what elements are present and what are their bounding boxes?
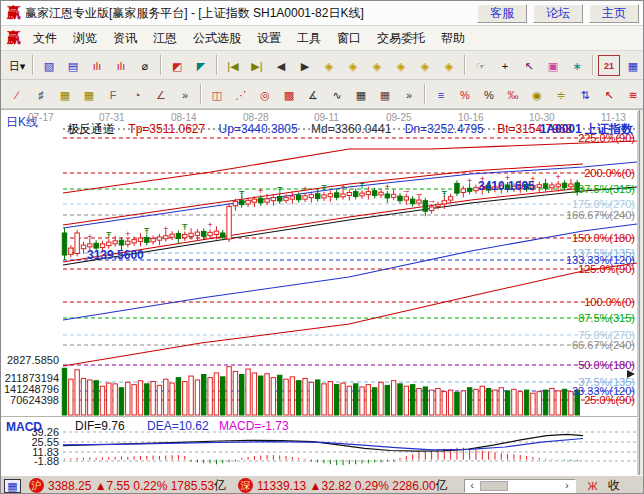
red-pen-icon[interactable]: ↖ xyxy=(598,84,620,105)
status-scrollbar[interactable]: ‹ › xyxy=(464,479,576,493)
candle-body xyxy=(214,231,218,234)
candle-body xyxy=(107,242,111,246)
color-kline-icon[interactable]: ◤ xyxy=(190,55,212,76)
square-cycle-icon[interactable]: ▩ xyxy=(278,84,300,105)
next-bar-icon[interactable]: ▶ xyxy=(294,55,316,76)
sz-amount-unit: 亿 xyxy=(436,477,448,494)
overlay-stock-icon[interactable]: ◩ xyxy=(166,55,188,76)
smart-select-icon[interactable]: ∗ xyxy=(566,55,588,76)
pin-tool-icon[interactable]: ⌀ xyxy=(134,55,156,76)
band-tool-icon[interactable]: ≋ xyxy=(622,84,644,105)
gold-circle-icon[interactable]: ◉ xyxy=(526,84,548,105)
percent-plain-icon[interactable]: % xyxy=(478,84,500,105)
candle-body xyxy=(62,233,66,255)
draw-brush-icon[interactable]: ∕ xyxy=(6,84,28,105)
indicator-name: 极反通道 xyxy=(67,122,115,136)
hash-grid-icon[interactable]: ♯ xyxy=(30,84,52,105)
menu-item-设置[interactable]: 设置 xyxy=(249,28,289,49)
volume-bar xyxy=(119,388,123,415)
stamp-tool-icon[interactable]: ▣ xyxy=(542,55,564,76)
scroll-thumb[interactable] xyxy=(480,481,508,491)
minute-chart-3-icon[interactable]: ılı xyxy=(86,55,108,76)
chart-area[interactable]: +Ŧ+Ŧ+Ŧ+Ŧ+Ŧ+Ŧ+Ŧ+→→→Ŧ+++++ 日K线 极反通道 Tp=351… xyxy=(1,109,644,475)
gann-rays-icon[interactable]: ⋰ xyxy=(230,84,252,105)
volume-bar xyxy=(543,390,547,415)
diamond-page-right-icon[interactable]: ◈ xyxy=(342,55,364,76)
scroll-right-arrow[interactable]: › xyxy=(559,480,574,491)
candle-body xyxy=(195,232,199,235)
signal-marker: Ŧ xyxy=(277,185,283,195)
diamond-compress-icon[interactable]: ◈ xyxy=(438,55,460,76)
keyboard-icon[interactable]: ▦ xyxy=(4,479,21,493)
gold-section-icon[interactable]: ≑ xyxy=(550,84,572,105)
titlebar-button-service[interactable]: 客服 xyxy=(477,4,527,23)
app-window: 赢 赢家江恩专业版[赢家服务平台] - [上证指数 SH1A0001-82日K线… xyxy=(0,0,644,494)
percent-t-tool-icon[interactable]: % xyxy=(454,84,476,105)
titlebar-button-forum[interactable]: 论坛 xyxy=(533,4,583,23)
trend-angle-icon[interactable]: ∡ xyxy=(302,84,324,105)
matrix-grid-2-icon[interactable]: ▦ xyxy=(374,84,396,105)
menu-item-交易委托[interactable]: 交易委托 xyxy=(369,28,433,49)
updown-tool-icon[interactable]: ⇅ xyxy=(574,84,596,105)
scroll-left-arrow[interactable]: ‹ xyxy=(465,480,480,491)
candle-body xyxy=(265,199,269,202)
volume-bar xyxy=(341,383,345,415)
calculator-icon[interactable]: ▦ xyxy=(622,55,644,76)
menu-item-工具[interactable]: 工具 xyxy=(289,28,329,49)
sh-amount-unit: 亿 xyxy=(214,477,226,494)
menu-item-公式选股[interactable]: 公式选股 xyxy=(185,28,249,49)
md-value: Md=3360.0441 xyxy=(311,122,391,136)
candle-body xyxy=(297,195,301,200)
volume-bar xyxy=(429,390,433,415)
right-scroll-strip[interactable] xyxy=(639,110,644,476)
circle-cycle-icon[interactable]: ◎ xyxy=(254,84,276,105)
f10-info-icon[interactable]: ▤ xyxy=(62,55,84,76)
kline-period-icon[interactable]: 日▾ xyxy=(6,55,28,76)
diamond-zoom-out-icon[interactable]: ◈ xyxy=(390,55,412,76)
menu-item-资讯[interactable]: 资讯 xyxy=(105,28,145,49)
candle-body xyxy=(316,194,320,199)
candle-body xyxy=(417,200,421,203)
menu-item-浏览[interactable]: 浏览 xyxy=(65,28,105,49)
menu-item-文件[interactable]: 文件 xyxy=(25,28,65,49)
first-page-icon[interactable]: |◀ xyxy=(222,55,244,76)
matrix-grid-1-icon[interactable]: ▦ xyxy=(350,84,372,105)
more-tools-2-icon[interactable]: » xyxy=(398,84,420,105)
menu-item-帮助[interactable]: 帮助 xyxy=(433,28,473,49)
titlebar-button-home[interactable]: 主页 xyxy=(589,4,639,23)
indicator-header: 极反通道 Tp=3511.0627 Up=3440.3805 Md=3360.0… xyxy=(67,121,582,138)
wave-tool-icon[interactable]: ∿ xyxy=(326,84,348,105)
spiral-tool-icon[interactable]: ◔ xyxy=(126,84,148,105)
gann-grid-gold-2-icon[interactable]: ▦ xyxy=(78,84,100,105)
last-page-icon[interactable]: ▶| xyxy=(246,55,268,76)
more-tools-1-icon[interactable]: » xyxy=(174,84,196,105)
candle-body xyxy=(562,183,566,187)
menu-item-江恩[interactable]: 江恩 xyxy=(145,28,185,49)
channel-bt-red xyxy=(63,263,637,366)
prev-bar-icon[interactable]: ◀ xyxy=(270,55,292,76)
calendar-21-icon[interactable]: 21 xyxy=(598,55,620,76)
diamond-page-left-icon[interactable]: ◈ xyxy=(318,55,340,76)
diamond-zoom-in-icon[interactable]: ◈ xyxy=(366,55,388,76)
menu-item-窗口[interactable]: 窗口 xyxy=(329,28,369,49)
fibonacci-f-icon[interactable]: F xyxy=(102,84,124,105)
volume-bar xyxy=(113,384,117,415)
diamond-expand-icon[interactable]: ◈ xyxy=(414,55,436,76)
angle-ruler-icon[interactable]: ∠ xyxy=(150,84,172,105)
minute-chart-9-icon[interactable]: ılı xyxy=(110,55,132,76)
candle-body xyxy=(81,245,85,249)
pivot-frame-icon[interactable]: ◫ xyxy=(206,84,228,105)
drag-hand-icon[interactable]: ☞ xyxy=(470,55,492,76)
tv-chart-icon[interactable]: ▧ xyxy=(38,55,60,76)
trend-pen-icon[interactable]: ↖ xyxy=(518,55,540,76)
sh-price: 3388.25 xyxy=(48,479,91,493)
percent-label: 200.0%(0) xyxy=(584,167,635,179)
price-ladder-icon[interactable]: ≡ xyxy=(430,84,452,105)
signal-marker: + xyxy=(340,182,345,192)
gann-grid-gold-1-icon[interactable]: ▦ xyxy=(54,84,76,105)
price-mark: 3139.5600 xyxy=(87,248,144,262)
crosshair-icon[interactable]: + xyxy=(494,55,516,76)
app-logo: 赢 xyxy=(7,4,21,22)
candle-body xyxy=(100,244,104,248)
percent-line-icon[interactable]: ‰ xyxy=(502,84,524,105)
